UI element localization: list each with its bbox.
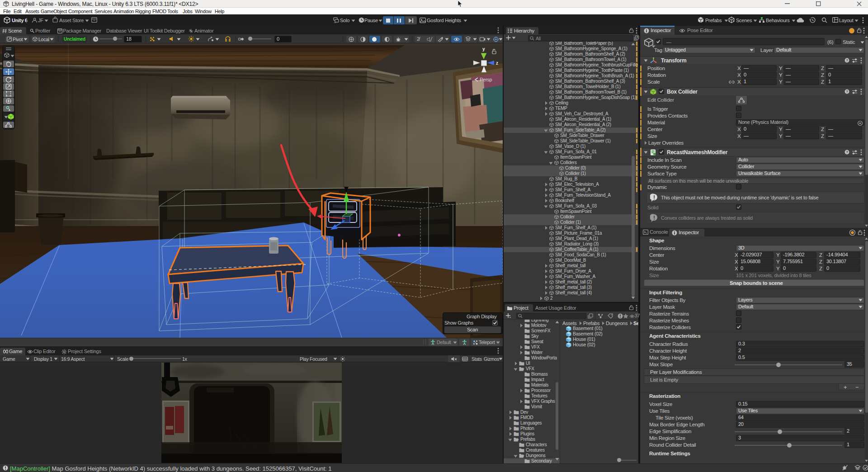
svg-text:z: z [496,61,498,66]
svg-text:?: ? [846,150,848,154]
svg-text:?: ? [846,90,848,94]
svg-text:?: ? [846,58,848,62]
svg-text:Persp: Persp [480,77,492,82]
svg-text:y: y [482,47,485,52]
